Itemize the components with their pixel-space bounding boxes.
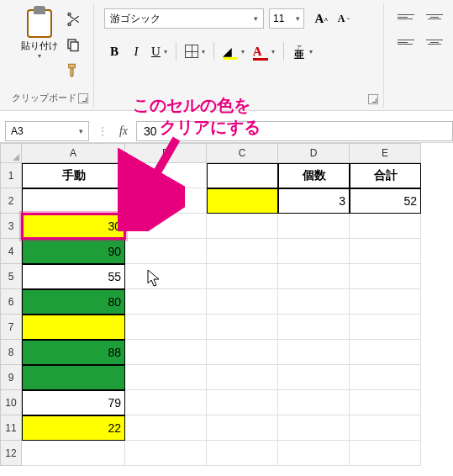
- cell-d12[interactable]: [278, 441, 350, 466]
- cell-d2[interactable]: 3: [278, 188, 350, 214]
- cell-e11[interactable]: [350, 415, 421, 441]
- cell-e2[interactable]: 52: [350, 188, 421, 214]
- cell-c3[interactable]: [207, 214, 278, 239]
- cell-a2[interactable]: [22, 188, 125, 214]
- cell-c1[interactable]: [207, 163, 278, 188]
- cell-d10[interactable]: [278, 390, 350, 415]
- fill-color-button[interactable]: ◢▾: [219, 40, 248, 62]
- cell-e12[interactable]: [350, 441, 421, 466]
- row-header-12[interactable]: 12: [0, 441, 22, 466]
- font-name-combo[interactable]: 游ゴシック ▾: [104, 8, 264, 29]
- name-box[interactable]: A3 ▾: [5, 121, 89, 141]
- underline-button[interactable]: U▾: [148, 40, 171, 62]
- cell-d4[interactable]: [278, 239, 350, 264]
- cell-a8[interactable]: 88: [22, 340, 125, 365]
- cell-d5[interactable]: [278, 264, 350, 289]
- cell-a7[interactable]: [22, 315, 125, 340]
- cell-e3[interactable]: [350, 214, 421, 239]
- cell-b9[interactable]: [125, 365, 207, 390]
- formula-input[interactable]: 30: [136, 121, 453, 141]
- cell-b12[interactable]: [125, 441, 207, 466]
- col-header-d[interactable]: D: [278, 143, 350, 163]
- row-header-3[interactable]: 3: [0, 214, 22, 239]
- format-painter-button[interactable]: [64, 61, 82, 79]
- cell-c5[interactable]: [207, 264, 278, 289]
- cell-e8[interactable]: [350, 340, 421, 365]
- italic-button[interactable]: I: [126, 40, 146, 62]
- align-center-button[interactable]: [423, 34, 446, 56]
- cell-b8[interactable]: [125, 340, 207, 365]
- row-header-9[interactable]: 9: [0, 365, 22, 390]
- cell-c9[interactable]: [207, 365, 278, 390]
- cell-b4[interactable]: [125, 239, 207, 264]
- align-middle-button[interactable]: [423, 8, 446, 30]
- paste-button[interactable]: 貼り付け ▾: [18, 3, 61, 62]
- row-header-7[interactable]: 7: [0, 315, 22, 340]
- align-left-button[interactable]: [394, 34, 418, 56]
- cell-b11[interactable]: [125, 415, 207, 441]
- cell-c11[interactable]: [207, 415, 278, 441]
- insert-function-button[interactable]: fx: [111, 124, 136, 138]
- cell-c6[interactable]: [207, 289, 278, 315]
- row-header-8[interactable]: 8: [0, 340, 22, 365]
- cell-a6[interactable]: 80: [22, 289, 125, 315]
- cell-a11[interactable]: 22: [22, 415, 125, 441]
- row-header-1[interactable]: 1: [0, 163, 22, 188]
- col-header-e[interactable]: E: [350, 143, 421, 163]
- cell-d7[interactable]: [278, 315, 350, 340]
- cell-b2[interactable]: [125, 188, 207, 214]
- phonetic-guide-button[interactable]: ア亜▾: [289, 40, 316, 62]
- cell-e9[interactable]: [350, 365, 421, 390]
- row-header-5[interactable]: 5: [0, 264, 22, 289]
- cell-c8[interactable]: [207, 340, 278, 365]
- col-header-b[interactable]: B: [125, 143, 207, 163]
- cell-a1[interactable]: 手動: [22, 163, 125, 188]
- cell-c7[interactable]: [207, 315, 278, 340]
- col-header-a[interactable]: A: [22, 143, 125, 163]
- cell-c2[interactable]: [207, 188, 278, 214]
- cell-c4[interactable]: [207, 239, 278, 264]
- cell-c12[interactable]: [207, 441, 278, 466]
- cell-e6[interactable]: [350, 289, 421, 315]
- font-color-button[interactable]: A▾: [250, 40, 278, 62]
- cell-b10[interactable]: [125, 390, 207, 415]
- decrease-font-size-button[interactable]: A ˇ: [331, 8, 351, 29]
- col-header-c[interactable]: C: [207, 143, 278, 163]
- cell-b1[interactable]: [125, 163, 207, 188]
- cell-a10[interactable]: 79: [22, 390, 125, 415]
- cell-d3[interactable]: [278, 214, 350, 239]
- select-all-corner[interactable]: [0, 143, 22, 163]
- copy-button[interactable]: [64, 35, 82, 54]
- increase-font-size-button[interactable]: A ^: [309, 8, 329, 29]
- cell-e7[interactable]: [350, 315, 421, 340]
- cell-d6[interactable]: [278, 289, 350, 315]
- cell-e1[interactable]: 合計: [350, 163, 421, 188]
- cell-a4[interactable]: 90: [22, 239, 125, 264]
- align-top-button[interactable]: [394, 8, 418, 30]
- cell-d1[interactable]: 個数: [278, 163, 350, 188]
- cell-a3[interactable]: 30: [22, 214, 125, 239]
- cell-e10[interactable]: [350, 390, 421, 415]
- cell-c10[interactable]: [207, 390, 278, 415]
- cell-e4[interactable]: [350, 239, 421, 264]
- cell-e5[interactable]: [350, 264, 421, 289]
- row-header-11[interactable]: 11: [0, 415, 22, 441]
- cell-a12[interactable]: [22, 441, 125, 466]
- borders-button[interactable]: ▾: [182, 40, 208, 62]
- cell-b5[interactable]: [125, 264, 207, 289]
- cell-d9[interactable]: [278, 365, 350, 390]
- cell-a9[interactable]: [22, 365, 125, 390]
- font-size-combo[interactable]: 11 ▾: [269, 8, 304, 29]
- cell-b6[interactable]: [125, 289, 207, 315]
- cell-a5[interactable]: 55: [22, 264, 125, 289]
- row-header-10[interactable]: 10: [0, 390, 22, 415]
- cell-d8[interactable]: [278, 340, 350, 365]
- cut-button[interactable]: [64, 10, 82, 29]
- row-header-6[interactable]: 6: [0, 289, 22, 315]
- cell-d11[interactable]: [278, 415, 350, 441]
- clipboard-dialog-launcher[interactable]: [78, 93, 88, 103]
- cell-b7[interactable]: [125, 315, 207, 340]
- cell-b3[interactable]: [125, 214, 207, 239]
- bold-button[interactable]: B: [104, 40, 124, 62]
- row-header-4[interactable]: 4: [0, 239, 22, 264]
